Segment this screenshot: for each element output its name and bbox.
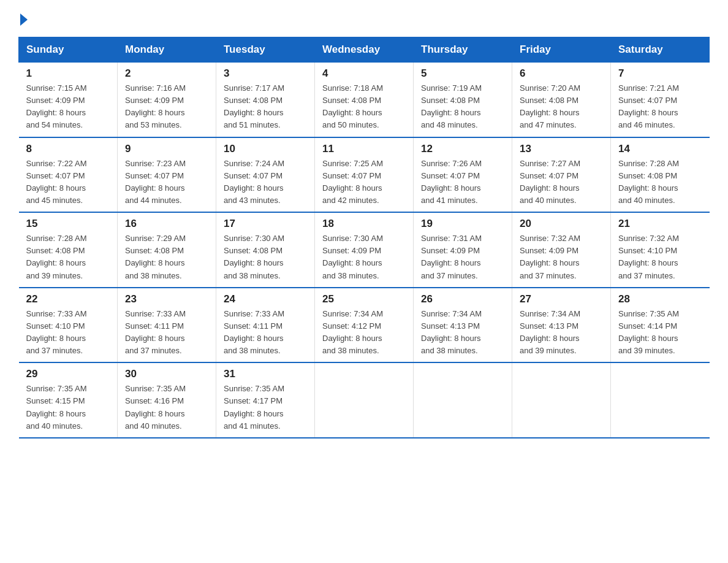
calendar-body: 1 Sunrise: 7:15 AMSunset: 4:09 PMDayligh… [19,63,710,438]
calendar-table: SundayMondayTuesdayWednesdayThursdayFrid… [18,37,710,439]
weekday-header-wednesday: Wednesday [315,37,414,63]
calendar-cell: 17 Sunrise: 7:30 AMSunset: 4:08 PMDaylig… [216,212,315,288]
day-info: Sunrise: 7:31 AMSunset: 4:09 PMDaylight:… [421,232,504,282]
day-info: Sunrise: 7:35 AMSunset: 4:16 PMDaylight:… [125,383,208,432]
calendar-cell [414,362,512,438]
day-number: 7 [618,67,702,80]
day-number: 19 [421,218,504,230]
calendar-header: SundayMondayTuesdayWednesdayThursdayFrid… [19,37,710,63]
calendar-cell: 6 Sunrise: 7:20 AMSunset: 4:08 PMDayligh… [512,63,611,137]
day-number: 26 [421,293,504,305]
day-number: 23 [125,293,208,305]
calendar-cell: 24 Sunrise: 7:33 AMSunset: 4:11 PMDaylig… [216,288,315,363]
calendar-week-row: 1 Sunrise: 7:15 AMSunset: 4:09 PMDayligh… [19,63,710,137]
day-number: 18 [322,218,406,230]
day-info: Sunrise: 7:15 AMSunset: 4:09 PMDaylight:… [26,82,110,132]
calendar-cell: 18 Sunrise: 7:30 AMSunset: 4:09 PMDaylig… [315,212,414,288]
day-number: 17 [224,218,307,230]
calendar-cell: 9 Sunrise: 7:23 AMSunset: 4:07 PMDayligh… [118,137,216,213]
day-info: Sunrise: 7:20 AMSunset: 4:08 PMDaylight:… [520,82,603,132]
calendar-cell: 30 Sunrise: 7:35 AMSunset: 4:16 PMDaylig… [118,362,216,438]
calendar-cell: 2 Sunrise: 7:16 AMSunset: 4:09 PMDayligh… [118,63,216,137]
day-info: Sunrise: 7:28 AMSunset: 4:08 PMDaylight:… [26,232,110,282]
day-number: 30 [125,368,208,380]
day-number: 28 [618,293,702,305]
calendar-cell: 5 Sunrise: 7:19 AMSunset: 4:08 PMDayligh… [414,63,512,137]
day-info: Sunrise: 7:35 AMSunset: 4:15 PMDaylight:… [26,383,110,432]
day-number: 8 [26,143,110,155]
calendar-cell: 8 Sunrise: 7:22 AMSunset: 4:07 PMDayligh… [19,137,118,213]
day-number: 2 [125,67,208,80]
weekday-header-friday: Friday [512,37,611,63]
calendar-cell: 12 Sunrise: 7:26 AMSunset: 4:07 PMDaylig… [414,137,512,213]
calendar-cell: 13 Sunrise: 7:27 AMSunset: 4:07 PMDaylig… [512,137,611,213]
calendar-cell [611,362,710,438]
day-number: 20 [520,218,603,230]
calendar-cell: 4 Sunrise: 7:18 AMSunset: 4:08 PMDayligh… [315,63,414,137]
day-number: 27 [520,293,603,305]
day-number: 21 [618,218,702,230]
weekday-header-tuesday: Tuesday [216,37,315,63]
calendar-cell: 31 Sunrise: 7:35 AMSunset: 4:17 PMDaylig… [216,362,315,438]
day-info: Sunrise: 7:27 AMSunset: 4:07 PMDaylight:… [520,158,603,207]
day-number: 16 [125,218,208,230]
day-number: 3 [224,67,307,80]
day-number: 31 [224,368,307,380]
day-number: 12 [421,143,504,155]
day-info: Sunrise: 7:29 AMSunset: 4:08 PMDaylight:… [125,232,208,282]
calendar-cell: 25 Sunrise: 7:34 AMSunset: 4:12 PMDaylig… [315,288,414,363]
page-header [18,12,710,26]
day-number: 4 [322,67,406,80]
day-number: 5 [421,67,504,80]
day-info: Sunrise: 7:21 AMSunset: 4:07 PMDaylight:… [618,82,702,132]
day-info: Sunrise: 7:33 AMSunset: 4:11 PMDaylight:… [224,308,307,358]
day-number: 13 [520,143,603,155]
calendar-cell: 7 Sunrise: 7:21 AMSunset: 4:07 PMDayligh… [611,63,710,137]
calendar-cell: 3 Sunrise: 7:17 AMSunset: 4:08 PMDayligh… [216,63,315,137]
day-info: Sunrise: 7:34 AMSunset: 4:13 PMDaylight:… [421,308,504,358]
day-number: 25 [322,293,406,305]
calendar-cell: 19 Sunrise: 7:31 AMSunset: 4:09 PMDaylig… [414,212,512,288]
day-info: Sunrise: 7:30 AMSunset: 4:09 PMDaylight:… [322,232,406,282]
day-info: Sunrise: 7:17 AMSunset: 4:08 PMDaylight:… [224,82,307,132]
calendar-cell [315,362,414,438]
day-info: Sunrise: 7:23 AMSunset: 4:07 PMDaylight:… [125,158,208,207]
day-info: Sunrise: 7:24 AMSunset: 4:07 PMDaylight:… [224,158,307,207]
logo-arrow-icon [20,13,28,26]
day-info: Sunrise: 7:33 AMSunset: 4:11 PMDaylight:… [125,308,208,358]
logo [18,12,28,26]
calendar-cell: 23 Sunrise: 7:33 AMSunset: 4:11 PMDaylig… [118,288,216,363]
calendar-cell: 20 Sunrise: 7:32 AMSunset: 4:09 PMDaylig… [512,212,611,288]
day-number: 6 [520,67,603,80]
calendar-week-row: 29 Sunrise: 7:35 AMSunset: 4:15 PMDaylig… [19,362,710,438]
day-info: Sunrise: 7:28 AMSunset: 4:08 PMDaylight:… [618,158,702,207]
day-number: 22 [26,293,110,305]
calendar-cell: 22 Sunrise: 7:33 AMSunset: 4:10 PMDaylig… [19,288,118,363]
day-info: Sunrise: 7:32 AMSunset: 4:09 PMDaylight:… [520,232,603,282]
calendar-cell: 21 Sunrise: 7:32 AMSunset: 4:10 PMDaylig… [611,212,710,288]
day-info: Sunrise: 7:35 AMSunset: 4:17 PMDaylight:… [224,383,307,432]
day-number: 1 [26,67,110,80]
day-info: Sunrise: 7:26 AMSunset: 4:07 PMDaylight:… [421,158,504,207]
calendar-cell: 11 Sunrise: 7:25 AMSunset: 4:07 PMDaylig… [315,137,414,213]
day-number: 24 [224,293,307,305]
calendar-cell: 10 Sunrise: 7:24 AMSunset: 4:07 PMDaylig… [216,137,315,213]
calendar-week-row: 15 Sunrise: 7:28 AMSunset: 4:08 PMDaylig… [19,212,710,288]
day-info: Sunrise: 7:34 AMSunset: 4:12 PMDaylight:… [322,308,406,358]
day-info: Sunrise: 7:30 AMSunset: 4:08 PMDaylight:… [224,232,307,282]
day-number: 14 [618,143,702,155]
calendar-cell: 27 Sunrise: 7:34 AMSunset: 4:13 PMDaylig… [512,288,611,363]
day-info: Sunrise: 7:35 AMSunset: 4:14 PMDaylight:… [618,308,702,358]
day-number: 15 [26,218,110,230]
day-number: 11 [322,143,406,155]
calendar-cell: 15 Sunrise: 7:28 AMSunset: 4:08 PMDaylig… [19,212,118,288]
weekday-header-saturday: Saturday [611,37,710,63]
calendar-cell: 28 Sunrise: 7:35 AMSunset: 4:14 PMDaylig… [611,288,710,363]
day-info: Sunrise: 7:19 AMSunset: 4:08 PMDaylight:… [421,82,504,132]
calendar-week-row: 8 Sunrise: 7:22 AMSunset: 4:07 PMDayligh… [19,137,710,213]
day-info: Sunrise: 7:25 AMSunset: 4:07 PMDaylight:… [322,158,406,207]
calendar-cell: 29 Sunrise: 7:35 AMSunset: 4:15 PMDaylig… [19,362,118,438]
day-number: 9 [125,143,208,155]
calendar-week-row: 22 Sunrise: 7:33 AMSunset: 4:10 PMDaylig… [19,288,710,363]
day-info: Sunrise: 7:16 AMSunset: 4:09 PMDaylight:… [125,82,208,132]
